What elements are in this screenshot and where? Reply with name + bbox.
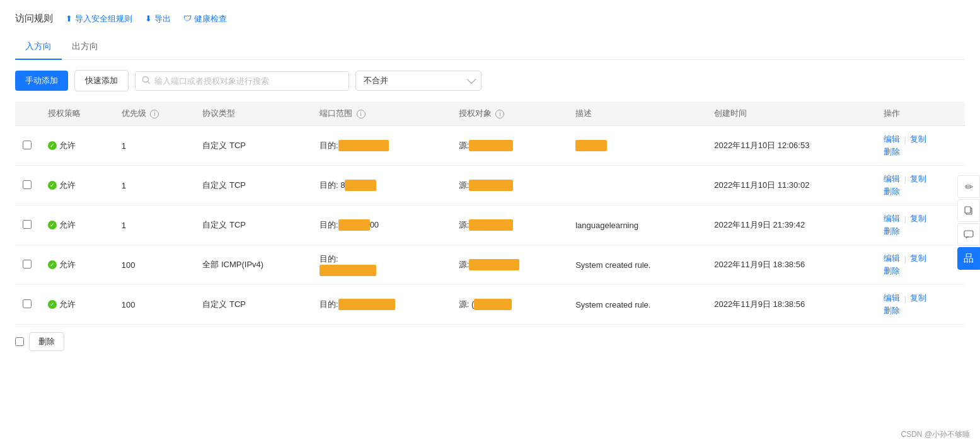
cell-port: 目的:	[312, 285, 451, 325]
grid-side-icon[interactable]: 品	[957, 247, 980, 270]
cell-protocol: 自定义 TCP	[195, 205, 312, 245]
source-prefix: 源:	[459, 220, 470, 229]
tab-bar: 入方向 出方向	[15, 35, 965, 60]
batch-delete-button[interactable]: 删除	[29, 332, 64, 351]
cell-policy: ✓允许	[40, 205, 114, 245]
desc-redacted	[575, 140, 607, 151]
table-row: ✓允许1自定义 TCP目的:00源:languagelearning2022年1…	[15, 205, 965, 245]
side-panel-icons: ✏ 品	[957, 175, 980, 270]
copy-action-0[interactable]: 复制	[910, 134, 926, 145]
target-info-icon[interactable]: i	[495, 110, 504, 118]
row-checkbox-0[interactable]	[23, 141, 32, 149]
cell-port: 目的:	[312, 126, 451, 166]
svg-rect-4	[964, 231, 973, 237]
priority-info-icon[interactable]: i	[150, 110, 159, 118]
cell-description: System created rule.	[568, 245, 706, 285]
copy-action-4[interactable]: 复制	[910, 292, 926, 304]
edit-action-0[interactable]: 编辑	[884, 134, 900, 145]
cell-priority: 1	[114, 205, 195, 245]
port-prefix: 目的:	[320, 141, 338, 150]
copy-side-icon[interactable]	[957, 199, 980, 222]
cell-policy: ✓允许	[40, 166, 114, 205]
delete-action-2[interactable]: 删除	[884, 226, 900, 237]
delete-action-0[interactable]: 删除	[884, 146, 900, 158]
table-row: ✓允许1自定义 TCP目的: 8源:2022年11月10日 11:30:02 编…	[15, 166, 965, 205]
source-redacted	[469, 180, 513, 191]
edit-action-3[interactable]: 编辑	[884, 253, 900, 264]
footer-checkbox[interactable]	[15, 337, 24, 346]
policy-label: 允许	[59, 180, 76, 191]
cell-created-time: 2022年11月9日 21:39:42	[706, 205, 876, 245]
allow-icon: ✓	[48, 260, 57, 269]
row-checkbox-3[interactable]	[23, 260, 32, 269]
health-check-action[interactable]: 🛡 健康检查	[183, 13, 227, 25]
edit-action-4[interactable]: 编辑	[884, 292, 900, 304]
col-policy: 授权策略	[40, 101, 114, 126]
cell-priority: 100	[114, 245, 195, 285]
rules-table: 授权策略 优先级 i 协议类型 端口范围 i 授权对象	[15, 101, 965, 325]
watermark: CSDN @小孙不够睡	[901, 429, 970, 440]
cell-created-time: 2022年11月10日 11:30:02	[706, 166, 876, 205]
source-prefix: 源:	[459, 260, 470, 269]
search-input[interactable]	[154, 76, 342, 86]
source-prefix: 源:	[459, 141, 470, 150]
cell-protocol: 自定义 TCP	[195, 126, 312, 166]
export-action[interactable]: ⬇ 导出	[145, 13, 171, 25]
source-prefix: 源:	[459, 180, 470, 190]
source-redacted	[469, 259, 519, 270]
import-rule-action[interactable]: ⬆ 导入安全组规则	[66, 13, 132, 25]
copy-action-2[interactable]: 复制	[910, 213, 926, 224]
toolbar: 手动添加 快速添加 不合并	[15, 70, 965, 91]
cell-port: 目的: 8	[312, 166, 451, 205]
allow-icon: ✓	[48, 221, 57, 229]
footer-bar: 删除	[15, 325, 965, 351]
port-info-icon[interactable]: i	[357, 110, 366, 118]
svg-rect-3	[965, 207, 971, 213]
row-checkbox-2[interactable]	[23, 220, 32, 229]
policy-label: 允许	[59, 299, 76, 310]
edit-action-1[interactable]: 编辑	[884, 173, 900, 185]
row-checkbox-1[interactable]	[23, 180, 32, 189]
delete-action-3[interactable]: 删除	[884, 265, 900, 277]
cell-protocol: 自定义 TCP	[195, 166, 312, 205]
cell-target: 源: (	[451, 285, 568, 325]
cell-target: 源:	[451, 166, 568, 205]
chat-side-icon[interactable]	[957, 223, 980, 246]
add-quick-button[interactable]: 快速添加	[74, 70, 129, 91]
download-icon: ⬇	[145, 14, 152, 23]
copy-action-3[interactable]: 复制	[910, 253, 926, 264]
cell-created-time: 2022年11月10日 12:06:53	[706, 126, 876, 166]
port-prefix: 目的:	[320, 220, 338, 229]
cell-actions: 编辑 | 复制 删除	[876, 285, 965, 325]
col-priority: 优先级 i	[114, 101, 195, 126]
delete-action-4[interactable]: 删除	[884, 305, 900, 316]
table-row: ✓允许100自定义 TCP目的:源: (System created rule.…	[15, 285, 965, 325]
cell-port: 目的:	[312, 245, 451, 285]
delete-action-1[interactable]: 删除	[884, 186, 900, 197]
port-prefix: 目的:	[320, 253, 444, 265]
row-checkbox-4[interactable]	[23, 299, 32, 308]
merge-select[interactable]: 不合并	[355, 71, 481, 91]
copy-action-1[interactable]: 复制	[910, 173, 926, 185]
edit-side-icon[interactable]: ✏	[957, 175, 980, 198]
source-prefix: 源: (	[459, 299, 475, 309]
cell-actions: 编辑 | 复制 删除	[876, 245, 965, 285]
search-box[interactable]	[135, 71, 349, 91]
cell-actions: 编辑 | 复制 删除	[876, 126, 965, 166]
port-redacted	[338, 219, 370, 231]
source-redacted	[469, 219, 513, 231]
add-manual-button[interactable]: 手动添加	[15, 71, 68, 91]
allow-icon: ✓	[48, 300, 57, 309]
cell-port: 目的:00	[312, 205, 451, 245]
port-redacted	[338, 299, 395, 310]
cell-protocol: 自定义 TCP	[195, 285, 312, 325]
port-redacted	[320, 265, 376, 276]
port-prefix: 目的: 8	[320, 180, 345, 190]
col-port: 端口范围 i	[312, 101, 451, 126]
tab-outbound[interactable]: 出方向	[62, 35, 108, 60]
tab-inbound[interactable]: 入方向	[15, 35, 62, 60]
edit-action-2[interactable]: 编辑	[884, 213, 900, 224]
table-header-row: 授权策略 优先级 i 协议类型 端口范围 i 授权对象	[15, 101, 965, 126]
search-icon	[142, 76, 151, 86]
cell-created-time: 2022年11月9日 18:38:56	[706, 245, 876, 285]
